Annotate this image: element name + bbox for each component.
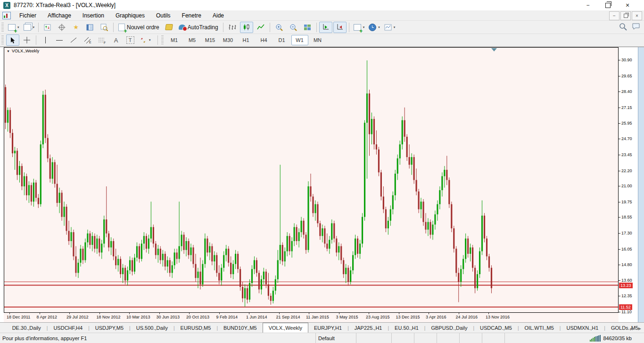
zoom-in-button[interactable] [272,22,286,33]
timeframe-button-h4[interactable]: H4 [256,35,272,45]
timeframe-button-m30[interactable]: M30 [220,35,237,45]
menu-item-affichage[interactable]: Affichage [42,10,77,21]
auto-scroll-button[interactable] [319,22,332,33]
time-axis[interactable]: 18 Dec 20118 Apr 201229 Jul 201218 Nov 2… [4,313,619,323]
chart-symbol-label[interactable]: ▼ VOLX.,Weekly [7,49,39,53]
date-tick: 29 Jul 2012 [66,315,89,319]
clock-icon [368,23,377,32]
chart-shift-icon [336,23,344,32]
market-watch-button[interactable] [41,22,54,33]
text-button[interactable]: A [109,34,123,46]
chart-tab-oilwtim5[interactable]: OIL.WTI.,M5 [519,324,560,333]
strategy-tester-button[interactable] [98,22,111,33]
arrows-button[interactable]: ▾ [138,34,152,46]
channel-button[interactable]: E [81,34,94,46]
chat-icon[interactable] [632,22,640,31]
chart-tab-eu50h1[interactable]: EU.50.,H1 [389,324,424,333]
bar-chart-button[interactable] [226,22,239,33]
price-axis[interactable]: 30.9029.6528.4027.1525.9524.7023.4522.20… [619,47,638,323]
chart-tab-usdchfh4[interactable]: USDCHF,H4 [48,324,88,333]
navigator-button[interactable]: ★ [69,22,83,33]
chart-tab-de30daily[interactable]: DE.30.,Daily [7,324,47,333]
status-cell-empty [437,333,460,343]
indicators-button[interactable]: +▾ [352,22,366,33]
autotrading-button[interactable]: AutoTrading [177,22,221,33]
chart-tab-usdcadm5[interactable]: USDCAD.,M5 [474,324,518,333]
menu-item-insertion[interactable]: Insertion [77,10,110,21]
timeframe-button-m15[interactable]: M15 [202,35,219,45]
timeframe-button-w1[interactable]: W1 [291,35,308,45]
search-icon[interactable] [619,22,627,31]
chart-tab-bund10ym5[interactable]: BUND10Y.,M5 [218,324,263,333]
vertical-line-icon [41,36,50,44]
candlestick-chart-button[interactable] [240,22,253,33]
chart-window-icon[interactable] [2,12,11,19]
arrows-icon [139,36,148,44]
line-chart-button[interactable] [254,22,267,33]
mdi-close-button[interactable]: × [632,11,642,20]
price-tick: 17.30 [621,231,632,235]
crosshair-button[interactable] [20,34,33,46]
fibonacci-button[interactable]: F [95,34,108,46]
trendline-button[interactable] [67,34,80,46]
timeframe-gripper[interactable] [161,35,164,45]
timeframe-button-m1[interactable]: M1 [166,35,183,45]
chart-shift-button[interactable] [333,22,347,33]
toolbar-gripper[interactable] [1,23,4,32]
menu-item-fenetre[interactable]: Fenetre [176,10,207,21]
chart-tab-usdjpym5[interactable]: USDJPY,M5 [90,324,129,333]
mdi-restore-icon [624,14,628,18]
profiles-button[interactable]: ▾ [22,22,36,33]
status-cell-empty [392,333,414,343]
chart-plot-area[interactable]: ▼ VOLX.,Weekly [4,47,619,313]
templates-button[interactable]: ▾ [382,22,397,33]
timeframe-button-d1[interactable]: D1 [273,35,290,45]
menu-item-outils[interactable]: Outils [150,10,176,21]
tile-windows-button[interactable] [301,22,314,33]
date-tick: 18 Nov 2012 [97,315,121,319]
mdi-minimize-button[interactable]: − [609,11,619,20]
terminal-button[interactable] [83,22,97,33]
date-tick: 23 Aug 2015 [366,315,390,319]
tab-scroll-right-icon[interactable]: ▶ [638,326,641,331]
status-cell-empty [460,333,482,343]
periods-button[interactable]: ▾ [367,22,381,33]
chart-workspace: ▼ VOLX.,Weekly 18 Dec 20118 Apr 201229 J… [0,47,644,322]
close-button[interactable]: × [618,0,637,10]
timeframe-button-m5[interactable]: M5 [184,35,201,45]
tester-icon [100,23,108,32]
restore-button[interactable] [598,0,618,10]
horizontal-line-button[interactable] [53,34,66,46]
new-chart-button[interactable]: +▾ [6,22,21,33]
new-order-button[interactable]: + Nouvel ordre [116,22,162,33]
chart-tab-us500daily[interactable]: US.500.,Daily [131,324,173,333]
menu-item-aide[interactable]: Aide [207,10,230,21]
menu-item-fichier[interactable]: Fichier [14,10,42,21]
data-window-button[interactable] [55,22,68,33]
toolbar-gripper-2[interactable] [1,35,4,45]
chart-tab-eurjpyh1[interactable]: EURJPY,H1 [308,324,347,333]
chart-tab-volxweekly[interactable]: VOLX.,Weekly [263,323,308,333]
minimize-button[interactable]: − [578,0,598,10]
application-window: X 877270: XTrade-Real3 - [VOLX.,Weekly] … [0,0,644,343]
date-tick: 9 Feb 2014 [216,315,238,319]
tab-scroll-left-icon[interactable]: ◀ [630,326,633,331]
price-tick: 19.75 [621,200,632,204]
zoom-out-button[interactable] [287,22,300,33]
timeframe-button-h1[interactable]: H1 [238,35,255,45]
cursor-button[interactable] [6,34,19,46]
chart-tab-gbpusddaily[interactable]: GBPUSD.,Daily [425,324,473,333]
chart-tab-eurusdm5[interactable]: EURUSD,M5 [175,324,217,333]
mdi-restore-button[interactable] [620,11,631,20]
chart-tab-usdmxnh1[interactable]: USDMXN.,H1 [561,324,604,333]
status-profile[interactable]: Default [316,333,356,343]
date-tick: 10 Mar 2013 [126,315,150,319]
timeframe-button-mn[interactable]: MN [309,35,326,45]
chart-tab-jap225h1[interactable]: JAP225.,H1 [349,324,388,333]
menu-item-graphiques[interactable]: Graphiques [110,10,150,21]
text-label-button[interactable]: T [124,34,137,46]
metaeditor-button[interactable] [163,22,176,33]
status-bar: Pour plus d'informations, appuyer F1 Def… [0,333,644,343]
chart-tab-bar: DE.30.,Daily|USDCHF,H4|USDJPY,M5|US.500.… [0,322,644,333]
vertical-line-button[interactable] [39,34,52,46]
